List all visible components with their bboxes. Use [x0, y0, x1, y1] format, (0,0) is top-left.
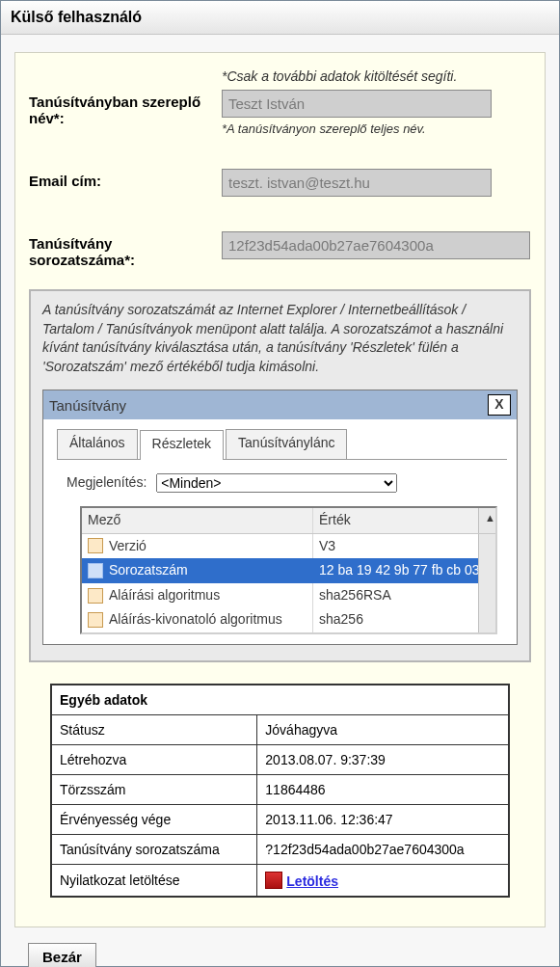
pdf-icon — [265, 872, 282, 889]
tab-details[interactable]: Részletek — [140, 430, 224, 460]
value-text: V3 — [313, 534, 478, 559]
details-header: Egyéb adatok — [51, 685, 509, 715]
detail-key: Létrehozva — [51, 744, 257, 774]
table-row-download: Nyilatkozat letöltése Letöltés — [51, 864, 509, 897]
field-text: Aláírási algoritmus — [109, 586, 220, 605]
table-row: Tanúsítvány sorozatszáma?12f23d54ada00b2… — [51, 834, 509, 864]
field-text: Sorozatszám — [109, 561, 188, 580]
certificate-dialog: Tanúsítvány X Általános Részletek Tanúsí… — [42, 389, 518, 645]
detail-value: ?12f23d54ada00b27ae7604300a — [257, 834, 509, 864]
field-icon — [88, 563, 103, 578]
grid-row[interactable]: Aláírási algoritmussha256RSA — [82, 583, 495, 608]
scrollbar-track[interactable] — [478, 558, 495, 583]
cert-tabs: Általános Részletek Tanúsítványlánc — [57, 429, 507, 459]
row-serial: Tanúsítvány sorozatszáma*: — [29, 231, 531, 268]
close-button[interactable]: Bezár — [28, 943, 96, 967]
grid-row[interactable]: Sorozatszám12 ba 19 42 9b 77 fb cb 03 8a… — [82, 558, 495, 583]
table-row: Létrehozva2013.08.07. 9:37:39 — [51, 744, 509, 774]
grid-header: Mező Érték ▲ — [82, 508, 495, 534]
tab-general[interactable]: Általános — [57, 429, 138, 459]
tab-body: Megjelenítés: <Minden> Mező Érték ▲ — [57, 459, 507, 644]
display-label: Megjelenítés: — [67, 473, 147, 493]
cert-grid: Mező Érték ▲ VerzióV3Sorozatszám12 ba 19… — [80, 506, 497, 634]
info-text: A tanúsítvány sorozatszámát az Internet … — [42, 302, 503, 374]
email-label: Email cím: — [29, 169, 222, 189]
field-icon — [88, 588, 103, 604]
content: *Csak a további adatok kitöltését segíti… — [1, 35, 559, 967]
detail-value: 2013.11.06. 12:36:47 — [257, 804, 509, 834]
scrollbar-track[interactable] — [478, 534, 495, 559]
window-title: Külső felhasználó — [1, 1, 559, 35]
download-link[interactable]: Letöltés — [286, 873, 338, 889]
detail-value: 2013.08.07. 9:37:39 — [257, 744, 509, 774]
close-icon[interactable]: X — [488, 394, 511, 416]
grid-row[interactable]: VerzióV3 — [82, 534, 495, 559]
display-row: Megjelenítés: <Minden> — [67, 473, 497, 493]
detail-key: Státusz — [51, 714, 257, 744]
detail-value: Jóváhagyva — [257, 714, 509, 744]
scrollbar-track[interactable] — [478, 583, 495, 608]
scroll-up-icon[interactable]: ▲ — [478, 508, 495, 533]
table-row: Érvényesség vége2013.11.06. 12:36:47 — [51, 804, 509, 834]
row-name: Tanúsítványban szereplő név*: *A tanúsít… — [29, 90, 531, 136]
field-icon — [88, 538, 103, 553]
serial-label: Tanúsítvány sorozatszáma*: — [29, 231, 222, 268]
email-field[interactable] — [222, 169, 492, 197]
field-text: Verzió — [109, 537, 147, 556]
details-table: Egyéb adatok StátuszJóváhagyvaLétrehozva… — [50, 684, 510, 898]
value-text: sha256 — [313, 607, 478, 632]
grid-row[interactable]: Aláírás-kivonatoló algoritmussha256 — [82, 607, 495, 632]
form-hint-top: *Csak a további adatok kitöltését segíti… — [29, 68, 531, 84]
col-value: Érték — [313, 508, 478, 533]
scrollbar-track[interactable] — [478, 607, 495, 632]
table-row: Törzsszám11864486 — [51, 774, 509, 804]
field-icon — [88, 612, 103, 628]
name-hint: *A tanúsítványon szereplő teljes név. — [222, 121, 531, 136]
value-text: 12 ba 19 42 9b 77 fb cb 03 8a ... — [313, 558, 478, 583]
tab-chain[interactable]: Tanúsítványlánc — [226, 429, 347, 459]
display-select[interactable]: <Minden> — [156, 473, 397, 493]
row-email: Email cím: — [29, 169, 531, 197]
field-text: Aláírás-kivonatoló algoritmus — [109, 610, 282, 630]
serial-field[interactable] — [222, 231, 530, 259]
col-field: Mező — [82, 508, 313, 533]
info-box: A tanúsítvány sorozatszámát az Internet … — [29, 289, 531, 662]
detail-key: Törzsszám — [51, 774, 257, 804]
detail-key: Tanúsítvány sorozatszáma — [51, 834, 257, 864]
dialog-window: Külső felhasználó *Csak a további adatok… — [0, 0, 560, 967]
form-panel: *Csak a további adatok kitöltését segíti… — [14, 52, 546, 927]
value-text: sha256RSA — [313, 583, 478, 608]
table-row: StátuszJóváhagyva — [51, 714, 509, 744]
name-field[interactable] — [222, 90, 492, 118]
detail-value: 11864486 — [257, 774, 509, 804]
detail-key: Érvényesség vége — [51, 804, 257, 834]
name-label: Tanúsítványban szereplő név*: — [29, 90, 222, 126]
download-label: Nyilatkozat letöltése — [51, 864, 257, 897]
cert-title: Tanúsítvány — [49, 395, 488, 416]
cert-titlebar: Tanúsítvány X — [43, 390, 517, 419]
